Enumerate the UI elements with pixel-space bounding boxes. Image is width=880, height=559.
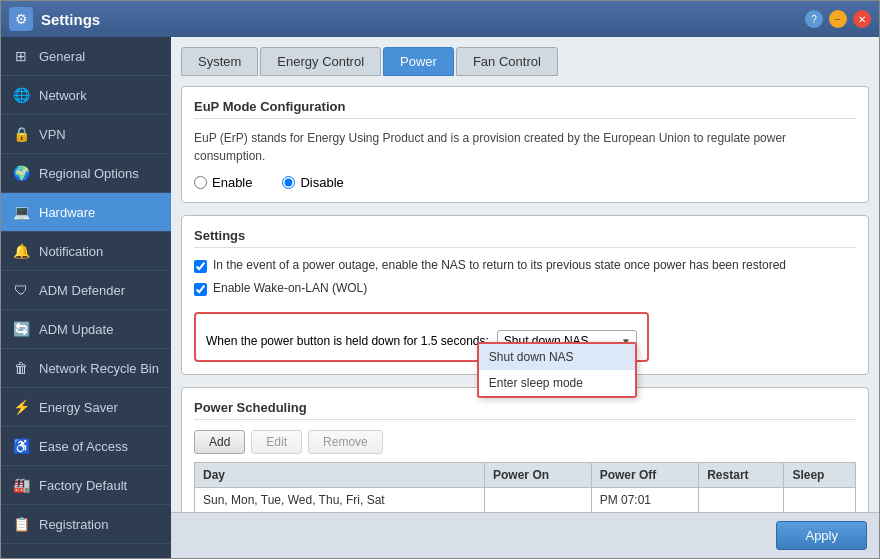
energy-saver-icon: ⚡ xyxy=(11,397,31,417)
checkbox-row-wol: Enable Wake-on-LAN (WOL) xyxy=(194,281,856,296)
tab-system[interactable]: System xyxy=(181,47,258,76)
sidebar-label-notification: Notification xyxy=(39,244,103,259)
eup-radio-group: Enable Disable xyxy=(194,175,856,190)
cell-power-on xyxy=(485,488,592,513)
ease-access-icon: ♿ xyxy=(11,436,31,456)
eup-enable-radio[interactable] xyxy=(194,176,207,189)
sidebar-label-ease-access: Ease of Access xyxy=(39,439,128,454)
tab-fan-control[interactable]: Fan Control xyxy=(456,47,558,76)
sidebar-label-general: General xyxy=(39,49,85,64)
titlebar: ⚙ Settings ? − ✕ xyxy=(1,1,879,37)
sidebar-label-adm-defender: ADM Defender xyxy=(39,283,125,298)
dropdown-popup: Shut down NAS Enter sleep mode xyxy=(477,342,637,398)
col-header-day: Day xyxy=(195,463,485,488)
checkbox-wol[interactable] xyxy=(194,283,207,296)
adm-defender-icon: 🛡 xyxy=(11,280,31,300)
col-header-restart: Restart xyxy=(699,463,784,488)
sidebar-item-registration[interactable]: 📋 Registration xyxy=(1,505,171,544)
app-icon: ⚙ xyxy=(9,7,33,31)
cell-sleep xyxy=(784,488,856,513)
minimize-button[interactable]: − xyxy=(829,10,847,28)
sidebar-item-factory-default[interactable]: 🏭 Factory Default xyxy=(1,466,171,505)
sidebar-label-registration: Registration xyxy=(39,517,108,532)
sidebar-item-adm-defender[interactable]: 🛡 ADM Defender xyxy=(1,271,171,310)
checkbox-wol-label: Enable Wake-on-LAN (WOL) xyxy=(213,281,367,295)
main-layout: ⊞ General 🌐 Network 🔒 VPN 🌍 Regional Opt… xyxy=(1,37,879,558)
settings-title: Settings xyxy=(194,228,856,248)
sidebar-item-energy-saver[interactable]: ⚡ Energy Saver xyxy=(1,388,171,427)
bottom-bar: Apply xyxy=(171,512,879,558)
col-header-sleep: Sleep xyxy=(784,463,856,488)
sidebar-label-adm-update: ADM Update xyxy=(39,322,113,337)
checkbox-row-power-outage: In the event of a power outage, enable t… xyxy=(194,258,856,273)
sidebar-item-vpn[interactable]: 🔒 VPN xyxy=(1,115,171,154)
eup-disable-option[interactable]: Disable xyxy=(282,175,343,190)
power-button-label: When the power button is held down for 1… xyxy=(206,334,489,348)
sidebar-item-general[interactable]: ⊞ General xyxy=(1,37,171,76)
scheduling-table: Day Power On Power Off Restart Sleep Sun… xyxy=(194,462,856,512)
settings-window: ⚙ Settings ? − ✕ ⊞ General 🌐 Network 🔒 V… xyxy=(0,0,880,559)
dropdown-item-sleep[interactable]: Enter sleep mode xyxy=(479,370,635,396)
sidebar-label-regional: Regional Options xyxy=(39,166,139,181)
sidebar-item-network[interactable]: 🌐 Network xyxy=(1,76,171,115)
eup-disable-label: Disable xyxy=(300,175,343,190)
cell-power-off: PM 07:01 xyxy=(591,488,699,513)
sidebar-item-regional-options[interactable]: 🌍 Regional Options xyxy=(1,154,171,193)
sidebar-label-hardware: Hardware xyxy=(39,205,95,220)
eup-enable-label: Enable xyxy=(212,175,252,190)
cell-day: Sun, Mon, Tue, Wed, Thu, Fri, Sat xyxy=(195,488,485,513)
sidebar-item-adm-update[interactable]: 🔄 ADM Update xyxy=(1,310,171,349)
regional-icon: 🌍 xyxy=(11,163,31,183)
remove-button[interactable]: Remove xyxy=(308,430,383,454)
factory-default-icon: 🏭 xyxy=(11,475,31,495)
network-recycle-icon: 🗑 xyxy=(11,358,31,378)
sidebar: ⊞ General 🌐 Network 🔒 VPN 🌍 Regional Opt… xyxy=(1,37,171,558)
edit-button[interactable]: Edit xyxy=(251,430,302,454)
tab-bar: System Energy Control Power Fan Control xyxy=(181,47,869,76)
sidebar-label-vpn: VPN xyxy=(39,127,66,142)
network-icon: 🌐 xyxy=(11,85,31,105)
sidebar-label-energy-saver: Energy Saver xyxy=(39,400,118,415)
sidebar-item-notification[interactable]: 🔔 Notification xyxy=(1,232,171,271)
eup-disable-radio[interactable] xyxy=(282,176,295,189)
help-button[interactable]: ? xyxy=(805,10,823,28)
scheduling-title: Power Scheduling xyxy=(194,400,856,420)
vpn-icon: 🔒 xyxy=(11,124,31,144)
eup-title: EuP Mode Configuration xyxy=(194,99,856,119)
add-button[interactable]: Add xyxy=(194,430,245,454)
general-icon: ⊞ xyxy=(11,46,31,66)
col-header-power-off: Power Off xyxy=(591,463,699,488)
checkbox-power-outage[interactable] xyxy=(194,260,207,273)
content-area: System Energy Control Power Fan Control … xyxy=(171,37,879,512)
eup-panel: EuP Mode Configuration EuP (ErP) stands … xyxy=(181,86,869,203)
close-button[interactable]: ✕ xyxy=(853,10,871,28)
sidebar-item-hardware[interactable]: 💻 Hardware xyxy=(1,193,171,232)
sidebar-label-factory-default: Factory Default xyxy=(39,478,127,493)
col-header-power-on: Power On xyxy=(485,463,592,488)
settings-panel: Settings In the event of a power outage,… xyxy=(181,215,869,375)
sidebar-item-network-recycle[interactable]: 🗑 Network Recycle Bin xyxy=(1,349,171,388)
scheduling-panel: Power Scheduling Add Edit Remove Day Pow… xyxy=(181,387,869,512)
dropdown-item-shutdown[interactable]: Shut down NAS xyxy=(479,344,635,370)
adm-update-icon: 🔄 xyxy=(11,319,31,339)
window-title: Settings xyxy=(41,11,805,28)
tab-power[interactable]: Power xyxy=(383,47,454,76)
cell-restart xyxy=(699,488,784,513)
sidebar-item-ease-of-access[interactable]: ♿ Ease of Access xyxy=(1,427,171,466)
sidebar-label-network-recycle: Network Recycle Bin xyxy=(39,361,159,376)
tab-energy-control[interactable]: Energy Control xyxy=(260,47,381,76)
hardware-icon: 💻 xyxy=(11,202,31,222)
notification-icon: 🔔 xyxy=(11,241,31,261)
sidebar-label-network: Network xyxy=(39,88,87,103)
eup-description: EuP (ErP) stands for Energy Using Produc… xyxy=(194,129,856,165)
eup-enable-option[interactable]: Enable xyxy=(194,175,252,190)
scheduling-buttons: Add Edit Remove xyxy=(194,430,856,454)
registration-icon: 📋 xyxy=(11,514,31,534)
checkbox-power-outage-label: In the event of a power outage, enable t… xyxy=(213,258,786,272)
window-controls: ? − ✕ xyxy=(805,10,871,28)
table-row: Sun, Mon, Tue, Wed, Thu, Fri, Sat PM 07:… xyxy=(195,488,856,513)
apply-button[interactable]: Apply xyxy=(776,521,867,550)
